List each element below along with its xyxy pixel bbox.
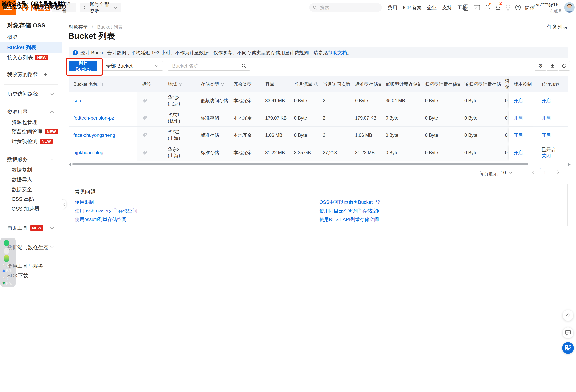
- sidebar-item-history-paths[interactable]: 历史访问路径: [0, 90, 62, 98]
- chevron-down-icon: [50, 246, 54, 249]
- global-search-input[interactable]: [319, 4, 372, 11]
- sidebar-item-data-security[interactable]: 数据安全: [0, 185, 62, 194]
- scroll-right-arrow[interactable]: [569, 163, 571, 166]
- column-header-ia: 低频型计费存储量: [381, 76, 420, 92]
- refresh-button[interactable]: [559, 61, 570, 71]
- hamburger-menu-button[interactable]: [0, 0, 16, 15]
- bucket-name-link[interactable]: face-zhuyongsheng: [73, 132, 115, 138]
- acceleration-toggle-link[interactable]: 关闭: [542, 152, 555, 159]
- faq-link-right-0[interactable]: OSS中可以重命名Bucket吗?: [319, 199, 380, 206]
- sidebar-item-label: 接入点列表: [7, 54, 33, 61]
- feedback-edit-button[interactable]: [563, 310, 574, 321]
- faq-link-right-1[interactable]: 使用阿里云SDK列举存储空间: [319, 208, 381, 214]
- next-page-button[interactable]: [556, 170, 559, 175]
- versioning-toggle-link[interactable]: 开启: [514, 115, 523, 121]
- avatar[interactable]: [564, 2, 575, 13]
- chat-support-button[interactable]: [563, 327, 574, 338]
- apps-launcher-button[interactable]: [562, 342, 574, 354]
- column-header-region[interactable]: 地域: [163, 76, 196, 92]
- bucket-filter-select[interactable]: 全部 Bucket: [102, 61, 163, 71]
- sidebar-item-fav-paths[interactable]: 我收藏的路径: [0, 70, 62, 79]
- column-header-storage[interactable]: 存储类型: [196, 76, 229, 92]
- search-submit-button[interactable]: [238, 61, 250, 70]
- table-row-njpkhuan-blog[interactable]: njpkhuan-blog华东2(上海)标准存储本地冗余31.22 MB3.35…: [69, 144, 568, 161]
- versioning-toggle-link[interactable]: 开启: [514, 150, 523, 156]
- topnav-item-2[interactable]: 企业: [427, 4, 437, 11]
- tag-icon[interactable]: [142, 98, 147, 103]
- cell-std: 31.22 MB: [350, 144, 381, 161]
- chevron-down-icon: [509, 171, 512, 174]
- export-download-button[interactable]: [547, 61, 558, 71]
- aliyun-logo-icon[interactable]: [20, 3, 30, 12]
- horizontal-scrollbar[interactable]: [69, 162, 571, 166]
- scrollbar-thumb[interactable]: [72, 163, 528, 165]
- acceleration-toggle-link[interactable]: 开启: [542, 132, 551, 138]
- sidebar-item-data-services[interactable]: 数据服务: [0, 155, 62, 164]
- column-header-name[interactable]: Bucket 名称: [69, 76, 137, 92]
- bucket-name-link[interactable]: fedtech-pension-pz: [73, 115, 114, 121]
- table-row-face-zhuyongsheng[interactable]: face-zhuyongsheng华东2(上海)标准存储本地冗余1.06 MB0…: [69, 127, 568, 144]
- topnav-item-1[interactable]: ICP 备案: [403, 4, 422, 11]
- faq-link-left-0[interactable]: 使用限制: [75, 199, 94, 206]
- sidebar-item-oss-antiddos[interactable]: OSS 高防: [0, 195, 62, 204]
- sidebar-item-bucket-list[interactable]: Bucket 列表: [0, 42, 62, 53]
- username[interactable]: zys****@16...: [534, 2, 562, 7]
- task-list-link[interactable]: 任务列表: [547, 24, 568, 30]
- tag-icon[interactable]: [142, 115, 147, 121]
- sidebar-item-oss-accelerator[interactable]: OSS 加速器: [0, 205, 62, 213]
- cell-ia: 0 Byte: [381, 109, 420, 126]
- bucket-name-link[interactable]: ceu: [73, 98, 81, 103]
- network-speed-widget[interactable]: 1.3 ▲ K/s 1.1 ▼ K/s: [0, 238, 16, 287]
- bucket-name-link[interactable]: njpkhuan-blog: [73, 150, 103, 155]
- account-resources-button[interactable]: 账号全部资源: [80, 3, 121, 12]
- filter-icon[interactable]: [179, 82, 182, 86]
- sidebar-item-self-tools[interactable]: 自助工具NEW: [0, 224, 62, 232]
- column-header-visits: 当月访问次数: [318, 76, 350, 92]
- current-page-button[interactable]: 1: [540, 168, 549, 177]
- add-favorite-path-icon[interactable]: [43, 72, 48, 77]
- column-header-traffic[interactable]: 当月流量?: [289, 76, 318, 92]
- aliyun-logo-text[interactable]: 阿里云: [31, 3, 51, 13]
- faq-link-left-2[interactable]: 使用ossutil列举存储空间: [75, 216, 126, 223]
- acceleration-toggle-link[interactable]: 开启: [542, 115, 551, 121]
- table-settings-button[interactable]: ⚙: [535, 61, 546, 71]
- new-badge: NEW: [40, 139, 53, 144]
- sidebar-item-resource-usage[interactable]: 资源用量: [0, 107, 62, 116]
- help-icon[interactable]: ?: [314, 82, 318, 86]
- faq-link-right-2[interactable]: 使用REST API列举存储空间: [319, 216, 379, 223]
- table-row-ceu[interactable]: ceu华北2(北京)低频访问存储本地冗余33.91 MB0 Byte20 Byt…: [69, 92, 568, 109]
- filter-icon[interactable]: [221, 82, 225, 86]
- prev-page-button[interactable]: [532, 170, 535, 175]
- sidebar-item-data-import[interactable]: 数据导入: [0, 175, 62, 184]
- help-icon[interactable]: ?: [515, 4, 521, 10]
- cell-accel: 开启: [537, 127, 568, 144]
- tag-icon[interactable]: [142, 133, 147, 138]
- versioning-toggle-link[interactable]: 开启: [514, 98, 523, 104]
- sidebar-item-reserved-space[interactable]: 预留空间管理NEW: [0, 127, 62, 136]
- terminal-icon[interactable]: [474, 5, 480, 10]
- notification-bell-icon[interactable]: [485, 4, 490, 11]
- topnav-item-3[interactable]: 支持: [442, 4, 452, 11]
- global-search[interactable]: [309, 3, 382, 12]
- scroll-left-arrow[interactable]: [69, 163, 71, 166]
- per-page-select[interactable]: 10: [498, 168, 513, 177]
- help-doc-link[interactable]: 帮助文档: [328, 50, 347, 56]
- sort-icon[interactable]: [100, 82, 104, 87]
- bucket-search-input[interactable]: [168, 63, 238, 69]
- topnav-item-0[interactable]: 费用: [388, 4, 397, 11]
- breadcrumb-object-storage[interactable]: 对象存储: [69, 24, 88, 30]
- sidebar-item-billing-check[interactable]: 计费项检测NEW: [0, 137, 62, 146]
- sidebar-item-access-points[interactable]: 接入点列表NEW: [0, 53, 62, 62]
- sidebar-item-resource-packages[interactable]: 资源包管理: [0, 118, 62, 126]
- faq-link-left-1[interactable]: 使用ossbrowser列举存储空间: [75, 208, 137, 214]
- sidebar-item-overview[interactable]: 概览: [0, 33, 62, 41]
- locale-switch[interactable]: 简体: [525, 4, 535, 11]
- workbench-button[interactable]: 工作台: [52, 3, 76, 12]
- versioning-toggle-link[interactable]: 开启: [514, 132, 523, 138]
- tag-icon[interactable]: [142, 150, 147, 155]
- sidebar-item-data-replication[interactable]: 数据复制: [0, 165, 62, 174]
- mobile-app-icon[interactable]: APP: [463, 4, 468, 11]
- acceleration-toggle-link[interactable]: 开启: [542, 98, 551, 104]
- table-row-fedtech-pension-pz[interactable]: fedtech-pension-pz华东1(杭州)标准存储本地冗余179.07 …: [69, 109, 568, 127]
- lightbulb-icon[interactable]: [505, 4, 511, 11]
